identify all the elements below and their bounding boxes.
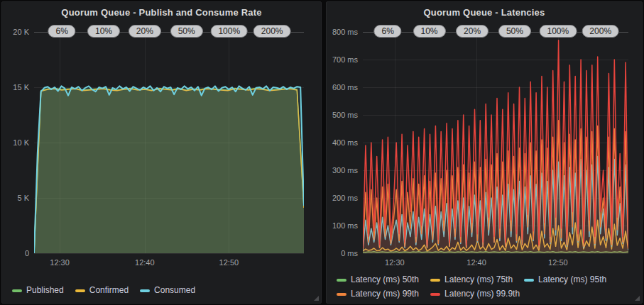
y-axis-label: 0 <box>2 248 29 258</box>
annotation-pill[interactable]: 20% <box>129 25 161 38</box>
y-axis-label: 10 K <box>2 138 29 148</box>
annotation-pill[interactable]: 10% <box>87 25 120 38</box>
y-axis-label: 0 ms <box>327 248 358 258</box>
legend-label: Published <box>26 285 64 296</box>
annotation-pill[interactable]: 100% <box>210 25 248 38</box>
legend-item[interactable]: Published <box>12 285 64 296</box>
legend-swatch-icon <box>337 293 346 296</box>
legend-label: Latency (ms) 99.9th <box>444 289 520 299</box>
y-axis-label: 300 ms <box>327 165 358 175</box>
x-axis-label: 12:50 <box>542 258 574 267</box>
legend-swatch-icon <box>337 279 346 282</box>
annotation-pill[interactable]: 50% <box>170 25 203 38</box>
annotation-pill[interactable]: 20% <box>456 25 489 38</box>
panel-title[interactable]: Quorum Queue - Publish and Consume Rate <box>2 7 321 18</box>
legend-item[interactable]: Latency (ms) 95th <box>524 274 606 285</box>
legend-swatch-icon <box>75 289 85 292</box>
y-axis-label: 15 K <box>2 82 29 92</box>
legend-label: Confirmed <box>89 285 129 296</box>
legend-label: Latency (ms) 50th <box>351 274 419 285</box>
annotation-pill[interactable]: 100% <box>540 25 577 38</box>
legend-item[interactable]: Latency (ms) 50th <box>337 274 419 285</box>
series-fill <box>34 86 304 253</box>
legend-swatch-icon <box>524 279 534 282</box>
y-axis-label: 20 K <box>2 27 29 37</box>
y-axis-label: 800 ms <box>327 27 358 37</box>
legend-swatch-icon <box>430 293 440 296</box>
annotation-pill[interactable]: 6% <box>373 25 401 38</box>
y-axis-label: 700 ms <box>327 55 358 65</box>
legend-item[interactable]: Latency (ms) 75th <box>430 274 513 285</box>
legend-swatch-icon <box>430 279 440 282</box>
chart-legend: Latency (ms) 50thLatency (ms) 75thLatenc… <box>337 274 632 299</box>
x-axis-label: 12:30 <box>43 258 76 267</box>
annotation-pill[interactable]: 50% <box>498 25 531 38</box>
legend-swatch-icon <box>140 289 150 292</box>
annotation-pill[interactable]: 200% <box>253 25 291 38</box>
panel-title[interactable]: Quorum Queue - Latencies <box>327 7 642 18</box>
panel-resize-handle[interactable] <box>314 296 319 301</box>
y-axis-label: 500 ms <box>327 110 358 120</box>
legend-item[interactable]: Confirmed <box>75 285 129 296</box>
legend-swatch-icon <box>12 289 22 292</box>
chart-canvas[interactable] <box>363 32 628 254</box>
chart-legend: PublishedConfirmedConsumed <box>12 285 311 296</box>
legend-label: Latency (ms) 75th <box>444 274 513 285</box>
x-axis-label: 12:40 <box>460 258 493 267</box>
x-axis-label: 12:30 <box>378 258 411 267</box>
annotation-pill[interactable]: 10% <box>413 25 445 38</box>
x-axis-label: 12:50 <box>212 258 245 267</box>
chart-plot-area[interactable]: 6%10%20%50%100%200% <box>363 32 628 254</box>
y-axis-label: 600 ms <box>327 82 358 92</box>
panel-resize-handle[interactable] <box>635 296 640 301</box>
panel-latencies: Quorum Queue - Latencies 6%10%20%50%100%… <box>326 1 643 304</box>
chart-plot-area[interactable]: 6%10%20%50%100%200% <box>34 32 304 254</box>
y-axis-label: 100 ms <box>327 221 358 231</box>
legend-label: Latency (ms) 95th <box>538 274 606 285</box>
y-axis-label: 200 ms <box>327 193 358 203</box>
legend-item[interactable]: Latency (ms) 99th <box>337 289 419 299</box>
annotation-pill[interactable]: 200% <box>582 25 619 38</box>
legend-label: Consumed <box>154 285 195 296</box>
chart-canvas[interactable] <box>34 32 304 254</box>
legend-item[interactable]: Consumed <box>140 285 195 296</box>
legend-item[interactable]: Latency (ms) 99.9th <box>430 289 520 299</box>
y-axis-label: 400 ms <box>327 138 358 148</box>
x-axis-label: 12:40 <box>129 258 161 267</box>
legend-label: Latency (ms) 99th <box>351 289 419 299</box>
annotation-pill[interactable]: 6% <box>48 25 75 38</box>
y-axis-label: 5 K <box>2 193 29 203</box>
panel-publish-consume-rate: Quorum Queue - Publish and Consume Rate … <box>1 1 322 304</box>
